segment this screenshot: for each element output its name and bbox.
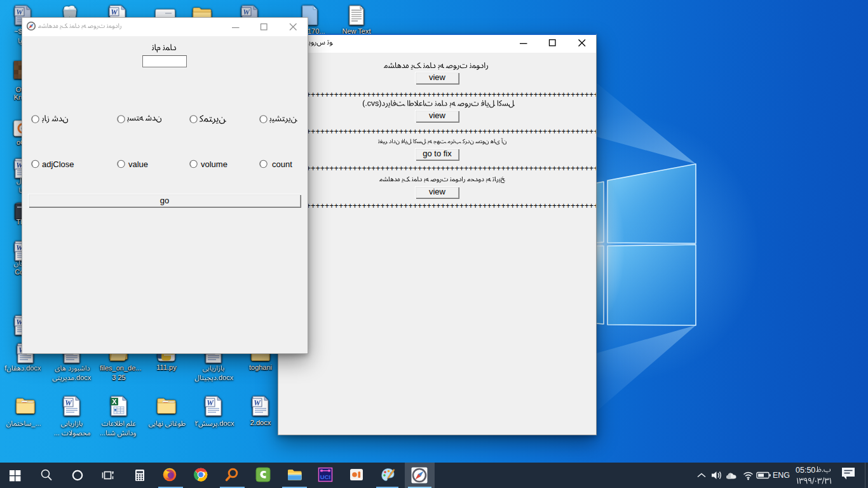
svg-text:UCI: UCI — [320, 473, 330, 480]
